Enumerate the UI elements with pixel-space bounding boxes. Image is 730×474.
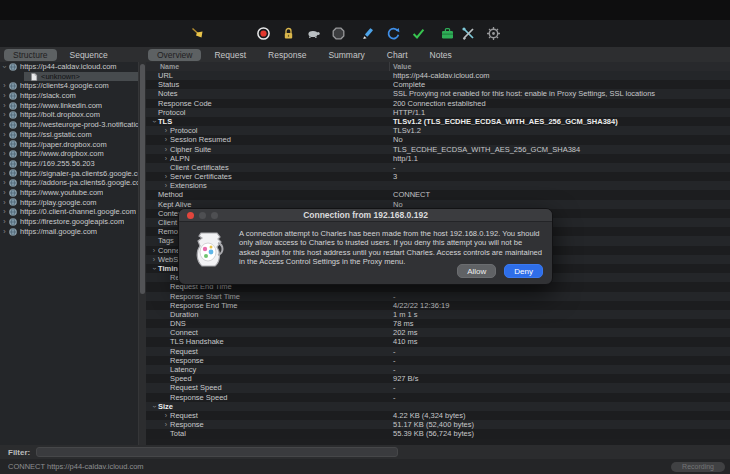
table-row[interactable]: ›Latency- (146, 365, 730, 374)
check-icon[interactable] (411, 26, 426, 41)
table-row[interactable]: ›Connect202 ms (146, 328, 730, 337)
table-row[interactable]: ›Request4.22 KB (4,324 bytes) (146, 411, 730, 420)
dialog-titlebar[interactable]: Connection from 192.168.0.192 (179, 209, 552, 222)
table-row[interactable]: ›URLhttps://p44-caldav.icloud.com (146, 71, 730, 80)
chevron-right-icon[interactable]: › (0, 130, 9, 140)
column-header-value[interactable]: Value (390, 62, 730, 71)
filter-input[interactable] (36, 447, 398, 457)
lock-icon[interactable] (281, 26, 296, 41)
table-row[interactable]: ›ALPNhttp/1.1 (146, 154, 730, 163)
chevron-right-icon[interactable]: › (0, 207, 9, 217)
tab-sequence[interactable]: Sequence (61, 49, 117, 61)
chevron-right-icon[interactable]: › (0, 140, 9, 150)
chevron-down-icon[interactable]: › (149, 118, 158, 126)
chevron-right-icon[interactable]: › (0, 198, 9, 208)
chevron-right-icon[interactable]: › (162, 135, 170, 144)
chevron-right-icon[interactable]: › (0, 81, 9, 91)
tab-notes[interactable]: Notes (421, 49, 461, 61)
table-row[interactable]: ›TLS Handshake410 ms (146, 337, 730, 346)
tree-item[interactable]: ›https://169.255.56.203 (0, 159, 138, 169)
chevron-right-icon[interactable]: › (162, 154, 170, 163)
chevron-right-icon[interactable]: › (0, 149, 9, 159)
sidebar-scrollbar[interactable] (138, 62, 146, 445)
table-row[interactable]: ›StatusComplete (146, 80, 730, 89)
tab-overview[interactable]: Overview (148, 49, 201, 61)
tree-item[interactable]: ›https://signaler-pa.clients6.google.com (0, 169, 138, 179)
tree-item[interactable]: ›https://addons-pa.clients6.google.com (0, 178, 138, 188)
table-row[interactable]: ›Server Certificates3 (146, 172, 730, 181)
table-row[interactable]: ›Response Speed- (146, 393, 730, 402)
tree-item[interactable]: ›https://paper.dropbox.com (0, 140, 138, 150)
chevron-right-icon[interactable]: › (162, 172, 170, 181)
table-row[interactable]: ›Session ResumedNo (146, 135, 730, 144)
tree-item[interactable]: <unknown> (24, 72, 138, 82)
chevron-right-icon[interactable]: › (150, 246, 158, 255)
breakpoints-icon[interactable] (331, 26, 346, 41)
tab-response[interactable]: Response (259, 49, 315, 61)
recording-indicator[interactable]: Recording (671, 462, 725, 472)
table-row[interactable]: ›ProtocolHTTP/1.1 (146, 108, 730, 117)
table-row[interactable]: ›Duration1 m 1 s (146, 310, 730, 319)
scrollbar-thumb[interactable] (140, 64, 145, 294)
chevron-down-icon[interactable]: › (0, 62, 9, 71)
tree-item[interactable]: ›https://ssl.gstatic.com (0, 130, 138, 140)
chevron-right-icon[interactable]: › (162, 181, 170, 190)
table-row[interactable]: ›Response Start Time- (146, 292, 730, 301)
table-row[interactable]: ›TLSTLSv1.2 (TLS_ECDHE_ECDSA_WITH_AES_25… (146, 117, 730, 126)
chevron-right-icon[interactable]: › (0, 159, 9, 169)
table-row[interactable]: ›Response- (146, 356, 730, 365)
table-row[interactable]: ›Total55.39 KB (56,724 bytes) (146, 429, 730, 438)
chevron-right-icon[interactable]: › (0, 178, 9, 188)
table-row[interactable]: ›Request- (146, 347, 730, 356)
tree-item[interactable]: ›https://www.linkedin.com (0, 101, 138, 111)
chevron-right-icon[interactable]: › (0, 188, 9, 198)
chevron-down-icon[interactable]: › (149, 265, 158, 273)
chevron-down-icon[interactable]: › (149, 402, 158, 410)
broom-icon[interactable] (190, 26, 205, 41)
chevron-right-icon[interactable]: › (0, 217, 9, 227)
gear-icon[interactable] (486, 26, 501, 41)
table-row[interactable]: ›Size (146, 402, 730, 411)
tools-icon[interactable] (461, 26, 476, 41)
table-row[interactable]: ›Cipher SuiteTLS_ECDHE_ECDSA_WITH_AES_25… (146, 145, 730, 154)
table-row[interactable]: ›Client Certificates- (146, 163, 730, 172)
tab-summary[interactable]: Summary (319, 49, 373, 61)
table-row[interactable]: ›ProtocolTLSv1.2 (146, 126, 730, 135)
allow-button[interactable]: Allow (457, 264, 496, 278)
table-row[interactable]: ›Response End Time4/22/22 12:36:19 (146, 301, 730, 310)
chevron-right-icon[interactable]: › (0, 110, 9, 120)
chevron-right-icon[interactable]: › (162, 145, 170, 154)
table-row[interactable]: ›DNS78 ms (146, 319, 730, 328)
deny-button[interactable]: Deny (504, 264, 543, 278)
tree-item[interactable]: ›https://mail.google.com (0, 227, 138, 237)
tree-item[interactable]: ›https://bolt.dropbox.com (0, 110, 138, 120)
table-row[interactable]: ›Request Speed- (146, 383, 730, 392)
chevron-right-icon[interactable]: › (0, 227, 9, 237)
tree-item[interactable]: ›https://firestore.googleapis.com (0, 217, 138, 227)
tree-item[interactable]: ›https://www.dropbox.com (0, 149, 138, 159)
tree-item[interactable]: ›https://play.google.com (0, 198, 138, 208)
chevron-right-icon[interactable]: › (162, 420, 170, 429)
tree-item[interactable]: ›https://www.youtube.com (0, 188, 138, 198)
tree-item[interactable]: ›https://clients4.google.com (0, 81, 138, 91)
table-row[interactable]: ›Extensions (146, 181, 730, 190)
chevron-right-icon[interactable]: › (162, 126, 170, 135)
table-row[interactable]: ›Response Code200 Connection established (146, 99, 730, 108)
record-icon[interactable] (256, 26, 271, 41)
toolbox-icon[interactable] (440, 26, 455, 41)
tree-item[interactable]: ›https://slack.com (0, 91, 138, 101)
chevron-right-icon[interactable]: › (0, 91, 9, 101)
tab-chart[interactable]: Chart (378, 49, 417, 61)
tab-structure[interactable]: Structure (4, 49, 57, 61)
chevron-right-icon[interactable]: › (0, 101, 9, 111)
chevron-right-icon[interactable]: › (0, 169, 9, 179)
tree-item[interactable]: ›https://0.client-channel.google.com (0, 207, 138, 217)
pencil-icon[interactable] (360, 26, 375, 41)
table-row[interactable]: ›Response51.17 KB (52,400 bytes) (146, 420, 730, 429)
turtle-icon[interactable] (306, 26, 321, 41)
close-window-icon[interactable] (187, 212, 194, 219)
chevron-right-icon[interactable]: › (0, 120, 9, 130)
column-header-name[interactable]: Name (146, 62, 390, 71)
chevron-right-icon[interactable]: › (150, 255, 158, 264)
tree-item[interactable]: ›https://westeurope-prod-3.notifications… (0, 120, 138, 130)
